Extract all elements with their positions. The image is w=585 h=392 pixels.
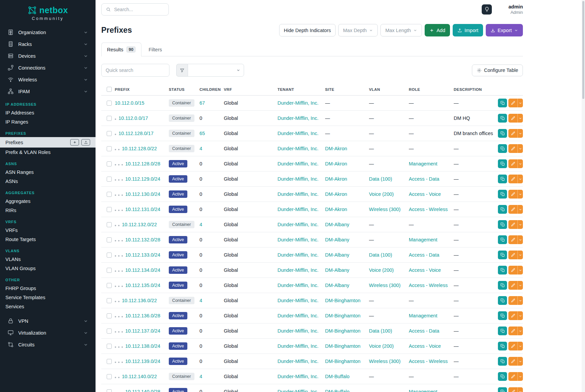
notifications-bell-icon[interactable] [497, 6, 504, 13]
row-checkbox[interactable] [107, 389, 112, 392]
global-search-input[interactable] [114, 7, 164, 12]
children-link[interactable]: 4 [200, 298, 202, 303]
row-checkbox[interactable] [107, 237, 112, 242]
edit-button[interactable] [508, 99, 517, 107]
edit-button[interactable] [508, 326, 517, 335]
edit-button[interactable] [508, 387, 517, 392]
row-checkbox[interactable] [107, 253, 112, 258]
edit-dropdown-button[interactable] [517, 235, 523, 244]
quick-search-input[interactable] [101, 64, 169, 77]
column-header-prefix[interactable]: PREFIX [115, 83, 169, 96]
tenant-link[interactable]: Dunder-Mifflin, Inc. [277, 267, 318, 273]
role-link[interactable]: Access - Voice [409, 267, 441, 273]
role-link[interactable]: Access - Voice [409, 191, 441, 197]
clone-button[interactable] [498, 235, 507, 244]
sidebar-item-vlan-groups[interactable]: VLAN Groups [0, 264, 96, 273]
edit-button[interactable] [508, 175, 517, 183]
clone-button[interactable] [498, 281, 507, 290]
site-link[interactable]: DM-Buffalo [325, 374, 349, 379]
tenant-link[interactable]: Dunder-Mifflin, Inc. [277, 252, 318, 258]
edit-dropdown-button[interactable] [517, 144, 523, 153]
role-link[interactable]: Management [409, 389, 437, 392]
user-menu[interactable]: admin Admin [508, 4, 523, 15]
edit-button[interactable] [508, 342, 517, 350]
row-checkbox[interactable] [107, 298, 112, 303]
prefix-link[interactable]: 10.112.136.0/28 [125, 313, 160, 318]
clone-button[interactable] [498, 190, 507, 199]
row-checkbox[interactable] [107, 101, 112, 106]
prefix-link[interactable]: 10.112.139.0/24 [125, 359, 160, 364]
edit-dropdown-button[interactable] [517, 357, 523, 366]
tenant-link[interactable]: Dunder-Mifflin, Inc. [277, 313, 318, 318]
column-header-vrf[interactable]: VRF [224, 83, 277, 96]
tenant-link[interactable]: Dunder-Mifflin, Inc. [277, 222, 318, 227]
prefix-link[interactable]: 10.112.133.0/24 [125, 252, 160, 258]
vlan-link[interactable]: Voice (200) [369, 267, 394, 273]
row-checkbox[interactable] [107, 313, 112, 318]
sidebar-item-ip-addresses[interactable]: IP Addresses [0, 108, 96, 117]
edit-dropdown-button[interactable] [517, 342, 523, 350]
site-link[interactable]: DM-Binghamton [325, 343, 361, 349]
sidebar-item-services[interactable]: Services [0, 302, 96, 311]
select-all-checkbox[interactable] [107, 87, 112, 92]
edit-dropdown-button[interactable] [517, 205, 523, 214]
role-link[interactable]: Access - Wireless [409, 359, 448, 364]
row-checkbox[interactable] [107, 344, 112, 349]
edit-dropdown-button[interactable] [517, 129, 523, 138]
vlan-link[interactable]: Voice (200) [369, 343, 394, 349]
sidebar-item-fhrp-groups[interactable]: FHRP Groups [0, 284, 96, 293]
edit-dropdown-button[interactable] [517, 372, 523, 381]
saved-filter-select[interactable] [188, 64, 244, 77]
tenant-link[interactable]: Dunder-Mifflin, Inc. [277, 374, 318, 379]
max-length-dropdown[interactable]: Max Length [380, 24, 422, 36]
clone-button[interactable] [498, 311, 507, 320]
tenant-link[interactable]: Dunder-Mifflin, Inc. [277, 359, 318, 364]
role-link[interactable]: Management [409, 237, 437, 242]
clone-button[interactable] [498, 99, 507, 107]
row-checkbox[interactable] [107, 131, 112, 136]
edit-button[interactable] [508, 235, 517, 244]
row-checkbox[interactable] [107, 116, 112, 121]
tenant-link[interactable]: Dunder-Mifflin, Inc. [277, 131, 318, 136]
vlan-link[interactable]: Wireless (300) [369, 359, 400, 364]
edit-button[interactable] [508, 159, 517, 168]
hide-depth-indicators-button[interactable]: Hide Depth Indicators [279, 24, 336, 36]
row-checkbox[interactable] [107, 283, 112, 288]
prefix-link[interactable]: 10.112.132.0/28 [125, 237, 160, 242]
edit-button[interactable] [508, 311, 517, 320]
prefix-link[interactable]: 10.112.137.0/24 [125, 328, 160, 334]
role-link[interactable]: Access - Wireless [409, 283, 448, 288]
edit-button[interactable] [508, 190, 517, 199]
filter-button[interactable] [176, 64, 188, 77]
quick-add-button[interactable] [70, 139, 79, 146]
prefix-link[interactable]: 10.112.134.0/24 [125, 267, 160, 273]
export-button[interactable]: Export [486, 24, 523, 36]
clone-button[interactable] [498, 175, 507, 183]
children-link[interactable]: 4 [200, 222, 202, 227]
row-checkbox[interactable] [107, 177, 112, 182]
clone-button[interactable] [498, 205, 507, 214]
tenant-link[interactable]: Dunder-Mifflin, Inc. [277, 191, 318, 197]
site-link[interactable]: DM-Binghamton [325, 313, 361, 318]
site-link[interactable]: DM-Albany [325, 267, 349, 273]
tenant-link[interactable]: Dunder-Mifflin, Inc. [277, 298, 318, 303]
clone-button[interactable] [498, 342, 507, 350]
edit-dropdown-button[interactable] [517, 326, 523, 335]
edit-button[interactable] [508, 220, 517, 229]
clone-button[interactable] [498, 251, 507, 259]
column-header-description[interactable]: DESCRIPTION [454, 83, 497, 96]
row-checkbox[interactable] [107, 268, 112, 273]
vlan-link[interactable]: Voice (200) [369, 191, 394, 197]
clone-button[interactable] [498, 387, 507, 392]
row-checkbox[interactable] [107, 359, 112, 364]
tenant-link[interactable]: Dunder-Mifflin, Inc. [277, 328, 318, 334]
edit-button[interactable] [508, 114, 517, 123]
edit-button[interactable] [508, 266, 517, 275]
tenant-link[interactable]: Dunder-Mifflin, Inc. [277, 389, 318, 392]
edit-dropdown-button[interactable] [517, 220, 523, 229]
prefix-link[interactable]: 10.112.128.0/28 [125, 161, 160, 166]
site-link[interactable]: DM-Binghamton [325, 328, 361, 334]
sidebar-item-aggregates[interactable]: Aggregates [0, 197, 96, 206]
edit-dropdown-button[interactable] [517, 266, 523, 275]
children-link[interactable]: 4 [200, 374, 202, 379]
